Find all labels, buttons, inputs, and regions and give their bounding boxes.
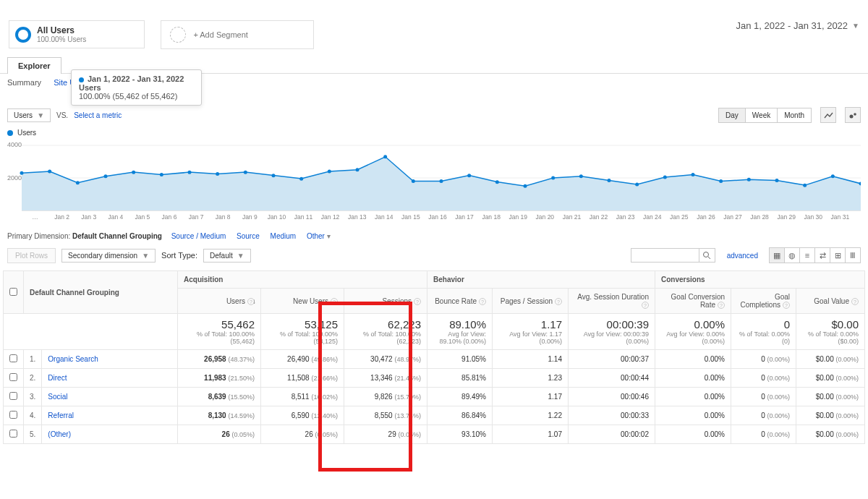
row-checkbox[interactable] — [4, 350, 24, 369]
dim-source[interactable]: Source — [237, 232, 260, 240]
group-acquisition: Acquisition — [178, 271, 427, 289]
view-table-icon[interactable]: ▦ — [769, 247, 785, 263]
plot-rows-button: Plot Rows — [7, 248, 56, 263]
chevron-down-icon: ▾ — [327, 232, 331, 240]
col-goal-conv-rate[interactable]: Goal Conversion Rate? — [655, 289, 731, 314]
segment-all-users[interactable]: All Users 100.00% Users — [9, 20, 145, 48]
col-bounce-rate[interactable]: Bounce Rate? — [427, 289, 493, 314]
svg-point-21 — [467, 174, 471, 177]
svg-point-7 — [76, 181, 80, 184]
dim-source-medium[interactable]: Source / Medium — [171, 232, 226, 240]
chevron-down-icon: ▼ — [852, 22, 859, 30]
svg-point-27 — [635, 183, 639, 187]
sort-type-label: Sort Type: — [161, 251, 197, 260]
line-chart-icon[interactable] — [820, 107, 836, 123]
advanced-link[interactable]: advanced — [727, 252, 758, 260]
table-row: 5.(Other)26 (0.05%)26 (0.05%)29 (0.05%)9… — [4, 425, 865, 444]
col-sessions[interactable]: Sessions? — [344, 289, 427, 314]
svg-point-30 — [719, 179, 723, 183]
group-behavior: Behavior — [427, 271, 655, 289]
primary-metric-selector[interactable]: Users▼ — [7, 108, 51, 122]
row-checkbox[interactable] — [4, 388, 24, 406]
vs-label: VS. — [56, 111, 68, 119]
channel-link[interactable]: Direct — [42, 369, 178, 388]
chevron-down-icon: ▼ — [237, 252, 244, 260]
granularity-group: Day Week Month — [719, 108, 812, 123]
users-chart[interactable]: 4000 2000 — [7, 140, 861, 212]
channel-link[interactable]: (Other) — [42, 425, 178, 444]
date-range-text: Jan 1, 2022 - Jan 31, 2022 — [736, 20, 848, 31]
channel-link[interactable]: Organic Search — [42, 350, 178, 369]
svg-point-16 — [328, 170, 331, 174]
svg-point-18 — [383, 155, 387, 158]
view-pivot-icon[interactable]: ⊞ — [830, 247, 846, 263]
search-input[interactable] — [631, 248, 699, 263]
svg-point-17 — [356, 168, 359, 171]
col-avg-duration[interactable]: Avg. Session Duration? — [569, 289, 655, 314]
svg-point-34 — [831, 174, 835, 178]
primary-dimension-active[interactable]: Default Channel Grouping — [72, 232, 162, 240]
svg-point-9 — [132, 171, 135, 174]
granularity-week[interactable]: Week — [745, 108, 778, 123]
row-checkbox[interactable] — [4, 425, 24, 444]
sort-type-selector[interactable]: Default▼ — [203, 249, 251, 263]
date-range-selector[interactable]: Jan 1, 2022 - Jan 31, 2022 ▼ — [736, 20, 859, 31]
svg-point-20 — [440, 179, 443, 183]
channel-link[interactable]: Referral — [42, 406, 178, 425]
view-performance-icon[interactable]: ≡ — [799, 247, 815, 263]
view-cloud-icon[interactable]: Ⅲ — [845, 247, 861, 263]
col-goal-completions[interactable]: Goal Completions? — [731, 289, 796, 314]
add-circle-icon — [170, 27, 186, 43]
row-checkbox[interactable] — [4, 406, 24, 425]
svg-point-15 — [299, 177, 303, 181]
svg-point-24 — [551, 176, 555, 180]
col-pages-session[interactable]: Pages / Session? — [493, 289, 569, 314]
data-table: Default Channel Grouping Acquisition Beh… — [3, 270, 865, 444]
view-percentage-icon[interactable]: ◍ — [784, 247, 800, 263]
chevron-down-icon: ▼ — [37, 111, 44, 119]
table-row: 2.Direct11,983 (21.50%)11,508 (21.66%)13… — [4, 369, 865, 388]
select-metric-link[interactable]: Select a metric — [74, 111, 122, 119]
granularity-day[interactable]: Day — [718, 108, 746, 123]
add-segment-button[interactable]: + Add Segment — [161, 20, 314, 49]
subtab-summary[interactable]: Summary — [7, 78, 41, 87]
col-users[interactable]: Users?↓ — [178, 289, 261, 314]
svg-point-6 — [48, 170, 51, 174]
select-all-checkbox[interactable] — [4, 271, 24, 314]
dim-medium[interactable]: Medium — [271, 232, 297, 240]
legend-dot-icon — [7, 130, 13, 136]
svg-point-0 — [849, 114, 853, 118]
svg-point-26 — [608, 179, 611, 182]
motion-chart-icon[interactable] — [845, 107, 861, 123]
chart-tooltip: Jan 1, 2022 - Jan 31, 2022 Users 100.00%… — [71, 69, 202, 106]
dim-other[interactable]: Other ▾ — [307, 232, 331, 240]
ytick-4000: 4000 — [7, 141, 22, 148]
sort-down-icon: ↓ — [252, 297, 256, 305]
svg-point-29 — [692, 173, 695, 176]
primary-dimension-row: Primary Dimension: Default Channel Group… — [0, 225, 868, 244]
col-new-users[interactable]: New Users? — [261, 289, 344, 314]
secondary-dimension-selector[interactable]: Secondary dimension▼ — [61, 249, 156, 263]
svg-point-36 — [704, 252, 709, 257]
tooltip-dot-icon — [79, 77, 84, 82]
svg-point-12 — [216, 172, 219, 176]
svg-point-10 — [160, 173, 163, 176]
segment-title: All Users — [37, 25, 86, 35]
channel-link[interactable]: Social — [42, 388, 178, 406]
svg-point-33 — [803, 184, 807, 187]
tab-explorer[interactable]: Explorer — [7, 57, 61, 74]
view-comparison-icon[interactable]: ⇄ — [814, 247, 830, 263]
segment-subtitle: 100.00% Users — [37, 35, 86, 43]
search-button[interactable] — [699, 248, 715, 263]
col-goal-value[interactable]: Goal Value? — [796, 289, 865, 314]
row-checkbox[interactable] — [4, 369, 24, 388]
svg-point-32 — [775, 179, 779, 182]
svg-point-13 — [244, 171, 247, 174]
table-row: 3.Social8,639 (15.50%)8,511 (16.02%)9,82… — [4, 388, 865, 406]
granularity-month[interactable]: Month — [777, 108, 812, 123]
segment-circle-icon — [15, 27, 31, 43]
col-dimension[interactable]: Default Channel Grouping — [24, 271, 178, 314]
table-row: 1.Organic Search26,958 (48.37%)26,490 (4… — [4, 350, 865, 369]
chart-xticks: …Jan 2Jan 3Jan 4Jan 5Jan 6Jan 7Jan 8Jan … — [7, 212, 861, 225]
legend-label: Users — [17, 129, 36, 137]
